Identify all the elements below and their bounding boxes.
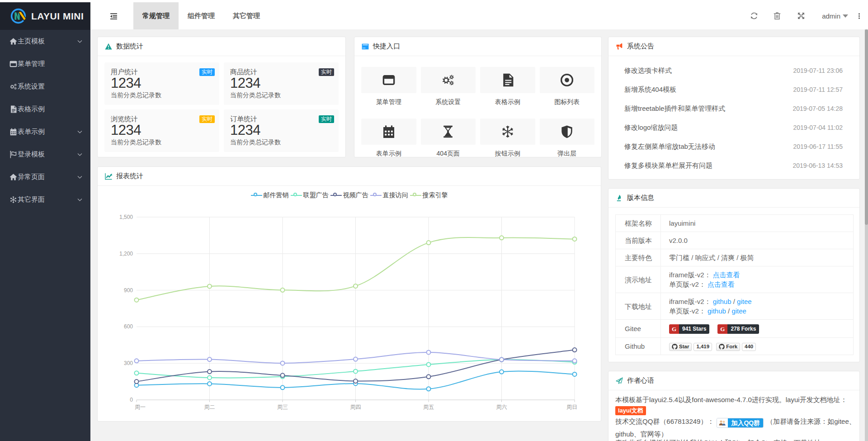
quick-entry-弹出层[interactable]: 弹出层 [540,119,595,157]
data-point-直接访问-周四[interactable] [354,357,358,361]
github-Fork-button[interactable]: Fork [716,343,740,351]
data-point-视频广告-周四[interactable] [354,379,358,383]
data-point-搜索引擎-周二[interactable] [208,284,212,288]
announcement-date: 2019-07-11 23:06 [793,67,843,74]
stat-box-商品统计[interactable]: 商品统计实时1234当前分类总记录数 [224,62,339,105]
user-dropdown[interactable]: admin [812,2,850,29]
data-point-直接访问-周日[interactable] [573,359,577,363]
fullscreen-button[interactable] [790,2,812,29]
data-point-联盟广告-周二[interactable] [208,375,212,379]
tab-其它管理[interactable]: 其它管理 [224,2,269,29]
link-github[interactable]: github [713,298,731,305]
data-point-邮件营销-周日[interactable] [573,372,577,376]
stat-box-订单统计[interactable]: 订单统计实时1234当前分类总记录数 [224,109,339,152]
quick-entry-404页面[interactable]: 404页面 [421,119,476,157]
quick-entry-菜单管理[interactable]: 菜单管理 [361,67,416,106]
data-point-视频广告-周日[interactable] [573,348,577,352]
quick-entry-表格示例[interactable]: 表格示例 [480,67,535,106]
data-point-直接访问-周三[interactable] [281,361,285,365]
data-point-视频广告-周五[interactable] [427,375,431,379]
data-point-联盟广告-周一[interactable] [135,371,139,375]
qq-group-note: （加群请备注来源：如gitee、 [766,417,856,425]
data-point-邮件营销-周五[interactable] [427,387,431,391]
github-440-button[interactable]: 440 [742,343,756,351]
quick-entry-按钮示例[interactable]: 按钮示例 [480,119,535,157]
announcement-item[interactable]: 新增系统404模板2019-07-11 12:57 [615,80,853,99]
caret-down-icon [843,14,848,20]
scrollbar-thumb[interactable] [865,29,868,225]
scrollbar-track[interactable] [865,29,868,441]
link-github[interactable]: github [708,307,726,315]
version-label: 框架名称 [616,215,661,232]
announcement-item[interactable]: 修改logo缩放问题2019-07-04 11:02 [615,118,853,137]
data-point-搜索引擎-周六[interactable] [500,236,504,240]
sidebar-collapse-button[interactable] [107,2,120,29]
stat-caption: 当前分类总记录数 [111,138,213,147]
sidebar-item-异常页面[interactable]: 异常页面 [0,166,90,188]
github-Star-button[interactable]: Star [669,343,692,351]
logo-bar[interactable]: LAYUI MINI [0,2,90,30]
gitee-badge[interactable]: G278 Forks [717,324,759,334]
layui-doc-badge[interactable]: layui文档 [615,406,646,415]
data-point-直接访问-周一[interactable] [135,359,139,363]
more-menu-button[interactable] [850,2,868,29]
link-gitee[interactable]: gitee [737,298,752,305]
quick-entry-icon-box [540,119,595,145]
paper-plane-icon [616,377,623,384]
quick-entry-label: 菜单管理 [361,98,416,106]
version-value: Star1,419Fork440 [661,337,854,355]
data-point-联盟广告-周四[interactable] [354,369,358,373]
data-point-直接访问-周六[interactable] [500,358,504,362]
data-point-搜索引擎-周四[interactable] [354,284,358,288]
sidebar-item-其它界面[interactable]: 其它界面 [0,188,90,211]
github-1,419-button[interactable]: 1,419 [693,343,712,351]
qq-people-icon [717,418,728,427]
data-point-直接访问-周二[interactable] [208,357,212,361]
sidebar-item-label: 其它界面 [18,195,45,204]
version-label: 主要特色 [616,249,661,266]
announcement-list: 修改选项卡样式2019-07-11 23:06新增系统404模板2019-07-… [615,61,853,175]
data-point-视频广告-周一[interactable] [135,379,139,384]
data-point-邮件营销-周二[interactable] [208,382,212,386]
quick-entry-系统设置[interactable]: 系统设置 [421,67,476,106]
link-点击查看[interactable]: 点击查看 [708,280,735,288]
card-title: 版本信息 [627,194,654,202]
link-点击查看[interactable]: 点击查看 [713,271,740,279]
version-label: 当前版本 [616,232,661,249]
announcement-item[interactable]: 修改选项卡样式2019-07-11 23:06 [615,61,853,80]
quick-entry-icon-box [540,67,595,93]
data-point-搜索引擎-周五[interactable] [427,241,431,245]
data-point-视频广告-周二[interactable] [208,370,212,374]
announcement-item[interactable]: 修复左侧菜单缩放tab无法移动2019-06-17 11:55 [615,137,853,156]
stat-box-浏览统计[interactable]: 浏览统计实时1234当前分类总记录数 [104,109,219,152]
announcement-title: 修复左侧菜单缩放tab无法移动 [624,142,793,151]
sidebar-item-表单示例[interactable]: 表单示例 [0,120,90,143]
window-icon [9,60,17,68]
refresh-button[interactable] [743,2,765,29]
announcement-item[interactable]: 新增treetable插件和菜单管理样式2019-07-05 14:28 [615,99,853,118]
tab-组件管理[interactable]: 组件管理 [179,2,224,29]
data-point-邮件营销-周六[interactable] [500,370,504,374]
data-point-搜索引擎-周一[interactable] [135,298,139,302]
join-qq-group-button[interactable]: 加入QQ群 [717,418,764,428]
quick-entry-表单示例[interactable]: 表单示例 [361,119,416,157]
sidebar-item-登录模板[interactable]: 登录模板 [0,143,90,166]
clear-cache-button[interactable] [766,2,788,29]
data-point-邮件营销-周三[interactable] [281,385,285,389]
quick-entry-图标列表[interactable]: 图标列表 [540,67,595,106]
data-point-视频广告-周三[interactable] [281,373,285,377]
link-gitee[interactable]: gitee [731,307,746,315]
tab-常规管理[interactable]: 常规管理 [133,2,179,29]
data-point-直接访问-周五[interactable] [427,350,431,354]
data-point-联盟广告-周五[interactable] [427,362,431,366]
gitee-badge[interactable]: G941 Stars [669,324,709,334]
sidebar-item-主页模板[interactable]: 主页模板 [0,30,90,52]
announcement-item[interactable]: 修复多模块菜单栏展开有问题2019-06-13 14:53 [615,156,853,175]
line-chart[interactable]: 03006009001,2001,500周一周二周三周四周五周六周日 [98,197,601,422]
sidebar-item-菜单管理[interactable]: 菜单管理 [0,52,90,75]
sidebar-item-系统设置[interactable]: 系统设置 [0,75,90,98]
data-point-搜索引擎-周日[interactable] [573,237,577,241]
data-point-搜索引擎-周三[interactable] [281,288,285,292]
sidebar-item-表格示例[interactable]: 表格示例 [0,98,90,120]
stat-box-用户统计[interactable]: 用户统计实时1234当前分类总记录数 [104,62,219,105]
